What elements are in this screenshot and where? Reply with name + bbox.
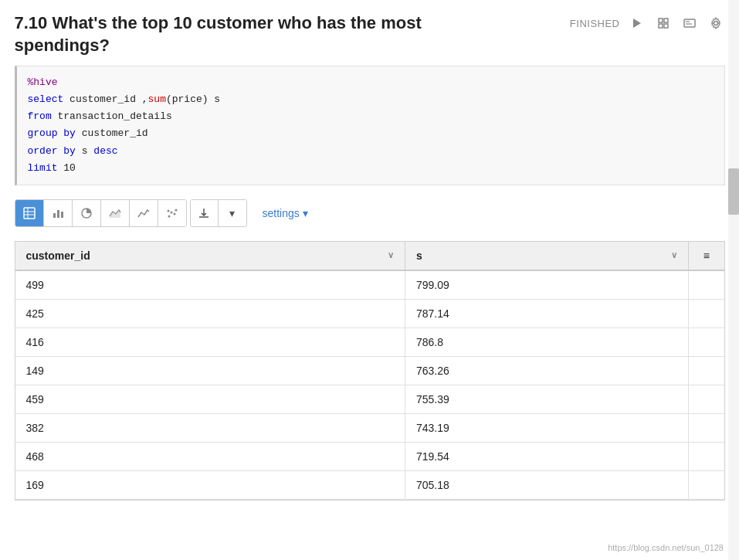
table-row: 382743.19	[15, 413, 724, 442]
svg-point-20	[173, 212, 175, 215]
table-row: 425787.14	[15, 299, 724, 328]
code-line-6: limit 10	[28, 160, 714, 177]
watermark: https://blog.csdn.net/sun_0128	[608, 543, 724, 552]
cell-customer-id: 499	[15, 270, 405, 300]
cell-customer-id: 459	[15, 385, 405, 413]
cell-s: 799.09	[405, 270, 688, 300]
cell-s: 755.39	[405, 385, 688, 413]
table-row: 416786.8	[15, 328, 724, 356]
cell-customer-id: 382	[15, 413, 405, 442]
cell-s: 787.14	[405, 299, 688, 328]
area-chart-button[interactable]	[101, 200, 130, 226]
pie-chart-button[interactable]	[73, 200, 101, 226]
col-label-customer-id: customer_id	[26, 249, 90, 262]
col-header-s[interactable]: s ∨	[405, 242, 688, 270]
cell-s: 719.54	[405, 442, 688, 470]
results-table-container: customer_id ∨ s ∨ ≡ 499	[15, 241, 725, 501]
cell-customer-id: 149	[15, 356, 405, 385]
svg-point-22	[167, 209, 169, 212]
svg-point-19	[170, 211, 172, 213]
scatter-chart-button[interactable]	[158, 200, 186, 226]
svg-rect-14	[57, 210, 59, 218]
code-line-1: %hive	[28, 74, 714, 91]
download-group: ▾	[190, 199, 247, 227]
cell-menu	[689, 299, 724, 328]
svg-marker-0	[633, 19, 641, 28]
table-row: 499799.09	[15, 270, 724, 300]
toolbar: ▾ settings ▾	[15, 196, 725, 230]
svg-marker-17	[110, 210, 120, 218]
results-table: customer_id ∨ s ∨ ≡ 499	[15, 242, 724, 500]
cell-menu	[689, 442, 724, 470]
svg-rect-2	[664, 19, 668, 22]
svg-point-18	[168, 215, 170, 217]
svg-rect-1	[659, 19, 663, 22]
col-sort-arrow-customer-id: ∨	[388, 250, 394, 260]
chevron-down-icon: ▾	[229, 207, 235, 219]
page-scrollbar[interactable]	[728, 0, 739, 560]
svg-rect-5	[684, 19, 695, 27]
table-row: 149763.26	[15, 356, 724, 385]
col-header-menu[interactable]: ≡	[689, 242, 724, 270]
table-row: 468719.54	[15, 442, 724, 470]
svg-point-21	[175, 209, 177, 211]
page-title: 7.10 What's the top 10 customer who has …	[15, 12, 478, 56]
cell-menu	[689, 356, 724, 385]
table-row: 459755.39	[15, 385, 724, 413]
col-sort-arrow-s: ∨	[671, 250, 677, 260]
line-chart-button[interactable]	[130, 200, 158, 226]
cell-s: 786.8	[405, 328, 688, 356]
status-badge: FINISHED	[570, 18, 620, 29]
download-button[interactable]	[191, 200, 219, 226]
chart-type-group	[15, 199, 187, 227]
svg-point-8	[714, 22, 717, 25]
cell-menu	[689, 385, 724, 413]
svg-rect-3	[659, 24, 663, 28]
cell-menu	[689, 470, 724, 499]
cell-s: 705.18	[405, 470, 688, 499]
table-row: 169705.18	[15, 470, 724, 499]
code-block: %hive select customer_id ,sum(price) s f…	[15, 66, 725, 185]
col-label-s: s	[416, 249, 422, 262]
code-line-5: order by s desc	[28, 143, 714, 160]
cell-customer-id: 425	[15, 299, 405, 328]
settings-button[interactable]: settings ▾	[256, 204, 314, 222]
col-menu-icon: ≡	[703, 249, 710, 262]
code-line-4: group by customer_id	[28, 125, 714, 142]
svg-rect-15	[61, 212, 63, 218]
download-dropdown-button[interactable]: ▾	[219, 200, 246, 226]
title-section: 7.10 What's the top 10 customer who has …	[15, 12, 725, 56]
code-line-3: from transaction_details	[28, 108, 714, 125]
svg-rect-9	[24, 208, 35, 219]
settings-gear-button[interactable]	[707, 15, 725, 31]
svg-rect-13	[53, 213, 56, 218]
cell-s: 743.19	[405, 413, 688, 442]
cell-menu	[689, 270, 724, 300]
debug-button[interactable]	[654, 15, 673, 31]
run-button[interactable]	[628, 15, 646, 31]
bar-chart-button[interactable]	[44, 200, 73, 226]
code-button[interactable]	[680, 15, 699, 31]
cell-customer-id: 468	[15, 442, 405, 470]
cell-customer-id: 169	[15, 470, 405, 499]
table-header-row: customer_id ∨ s ∨ ≡	[15, 242, 724, 270]
page-scrollbar-thumb[interactable]	[728, 168, 739, 215]
col-header-customer-id[interactable]: customer_id ∨	[15, 242, 405, 270]
cell-menu	[689, 328, 724, 356]
cell-customer-id: 416	[15, 328, 405, 356]
code-line-2: select customer_id ,sum(price) s	[28, 91, 714, 108]
settings-label: settings	[263, 207, 300, 219]
table-body: 499799.09425787.14416786.8149763.2645975…	[15, 270, 724, 500]
svg-rect-4	[664, 24, 668, 28]
settings-dropdown-icon: ▾	[303, 207, 308, 219]
table-view-button[interactable]	[15, 200, 44, 226]
cell-s: 763.26	[405, 356, 688, 385]
cell-menu	[689, 413, 724, 442]
